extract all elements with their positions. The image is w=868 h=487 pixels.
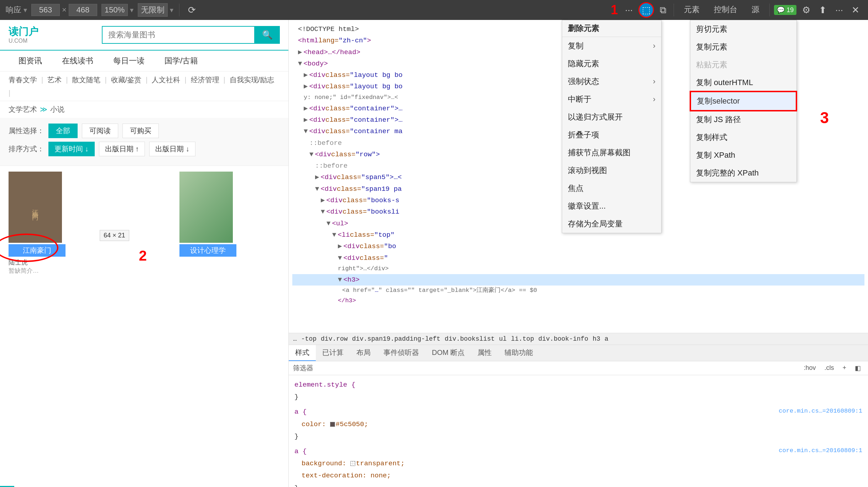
css-transparent-swatch: [350, 461, 355, 466]
responsive-group: 响应 ▾: [6, 5, 27, 15]
annotation-num-2: 2: [139, 248, 147, 264]
more-options-button[interactable]: ···: [832, 3, 846, 17]
sub-nav-self[interactable]: 自我实现/励志: [230, 75, 274, 85]
dom-breadcrumb-bookinfo[interactable]: div.book-info: [538, 335, 588, 342]
ctx-capture-screenshot[interactable]: 捕获节点屏幕截图: [562, 144, 661, 162]
dom-head-expand[interactable]: ▶: [298, 47, 302, 58]
sub-nav-economy[interactable]: 经济管理: [191, 75, 219, 85]
search-button[interactable]: 🔍: [255, 26, 280, 44]
ctx-hide[interactable]: 隐藏元素: [562, 55, 661, 73]
ctx2-selector[interactable]: 复制selector: [690, 91, 796, 111]
sub-nav-prose[interactable]: 散文随笔: [72, 75, 100, 85]
ctx2-styles[interactable]: 复制样式: [690, 129, 796, 146]
tab-styles[interactable]: 样式: [289, 345, 316, 361]
dom-breadcrumb-span19[interactable]: div.span19.padding-left: [352, 335, 440, 342]
ctx-copy[interactable]: 复制 ›: [562, 37, 661, 55]
sub-nav-social[interactable]: 人文社科: [152, 75, 180, 85]
zoom-dropdown-icon[interactable]: ▾: [130, 6, 134, 14]
ctx-recursive-expand[interactable]: 以递归方式展开: [562, 108, 661, 126]
tab-layout[interactable]: 布局: [350, 345, 377, 361]
dom-breadcrumb-a[interactable]: a: [605, 335, 608, 342]
ctx-store-global[interactable]: 存储为全局变量: [562, 215, 661, 233]
responsive-label[interactable]: 响应: [6, 5, 21, 15]
device-toolbar-button[interactable]: ⧉: [657, 3, 669, 17]
book-cover-text: 江南豪门: [31, 204, 40, 210]
ctx2-copy-elem[interactable]: 复制元素: [690, 38, 796, 56]
height-input[interactable]: [69, 4, 97, 16]
tab-source[interactable]: 源: [746, 2, 765, 18]
tab-computed[interactable]: 已计算: [316, 345, 350, 361]
dom-breadcrumb-h3[interactable]: h3: [592, 335, 600, 342]
filter-readable-btn[interactable]: 可阅读: [82, 124, 118, 138]
toggle-icon-btn[interactable]: ◧: [852, 363, 864, 373]
ctx2-js-path[interactable]: 复制 JS 路径: [690, 111, 796, 129]
book-title-link-2[interactable]: 设计心理学: [179, 244, 236, 257]
close-button[interactable]: ✕: [849, 3, 862, 17]
search-input[interactable]: [102, 26, 255, 44]
tab-accessibility[interactable]: 辅助功能: [498, 345, 539, 361]
nav-item-daily[interactable]: 每日一读: [103, 51, 155, 71]
hov-filter-btn[interactable]: :hov: [801, 363, 819, 373]
ctx2-xpath[interactable]: 复制 XPath: [690, 146, 796, 164]
element-picker-button[interactable]: ⬚: [638, 2, 654, 18]
breadcrumb-item-2[interactable]: 小说: [50, 105, 64, 114]
css-source-1[interactable]: core.min.cs…=20160809:1: [779, 406, 862, 417]
filter-buyable-btn[interactable]: 可购买: [122, 124, 159, 138]
limit-label[interactable]: 无限制: [138, 3, 168, 17]
book-title-link-1[interactable]: 江南豪门: [9, 244, 66, 257]
styles-filter-bar: 筛选器 :hov .cls + ◧: [289, 361, 868, 375]
dom-breadcrumb-bookslist[interactable]: div.bookslist: [445, 335, 495, 342]
tab-console[interactable]: 控制台: [708, 2, 743, 18]
limit-dropdown-icon[interactable]: ▾: [170, 6, 173, 14]
styles-panel: 样式 已计算 布局 事件侦听器 DOM 断点 属性 辅助功能 筛选器 :hov …: [289, 345, 868, 487]
tab-properties[interactable]: 属性: [471, 345, 498, 361]
nav-item-news[interactable]: 图资讯: [9, 51, 52, 71]
cls-filter-btn[interactable]: .cls: [821, 363, 837, 373]
sub-nav-collect[interactable]: 收藏/鉴赏: [111, 75, 142, 85]
sub-nav-youth[interactable]: 青春文学: [9, 75, 37, 85]
ctx-collapse-children[interactable]: 折叠子项: [562, 126, 661, 144]
ctx2-full-xpath[interactable]: 复制完整的 XPath: [690, 164, 796, 182]
dom-line-h3[interactable]: ▼ <h3>: [292, 274, 864, 286]
sort-pubdate-asc-btn[interactable]: 出版日期 ↑: [99, 142, 145, 156]
dom-div2-expand[interactable]: ▶: [304, 81, 308, 92]
tab-elements[interactable]: 元素: [678, 2, 705, 18]
sort-update-btn[interactable]: 更新时间 ↓: [48, 142, 95, 156]
dom-breadcrumb-row[interactable]: div.row: [321, 335, 348, 342]
css-source-2[interactable]: core.min.cs…=20160809:1: [779, 445, 862, 456]
dom-line-div-right[interactable]: ▼ <div class=": [292, 252, 864, 264]
add-rule-btn[interactable]: +: [840, 363, 849, 373]
breadcrumb-item-1[interactable]: 文学艺术: [9, 105, 37, 114]
ctx-break-at[interactable]: 中断于 ›: [562, 90, 661, 108]
nav-item-classics[interactable]: 国学/古籍: [155, 51, 208, 71]
filter-all-btn[interactable]: 全部: [48, 124, 78, 138]
dimension-group: ×: [31, 4, 97, 16]
rotate-icon[interactable]: ⟳: [185, 3, 199, 17]
ctx-scroll-to-view[interactable]: 滚动到视图: [562, 162, 661, 179]
tab-event-listeners[interactable]: 事件侦听器: [377, 345, 425, 361]
ctx-focus[interactable]: 焦点: [562, 179, 661, 197]
tab-dom-breakpoints[interactable]: DOM 断点: [425, 345, 471, 361]
ctx2-outer-html[interactable]: 复制 outerHTML: [690, 74, 796, 91]
settings-icon[interactable]: ⚙: [799, 3, 813, 17]
nav-item-reading[interactable]: 在线读书: [52, 51, 103, 71]
ctx-force-state[interactable]: 强制状态 ›: [562, 73, 661, 90]
more-button[interactable]: ···: [622, 3, 636, 17]
context-menu-title: 删除元素: [562, 20, 661, 37]
dom-div1-expand[interactable]: ▶: [304, 69, 308, 81]
dom-line-div-bo[interactable]: ▶ <div class="bo: [292, 241, 864, 252]
tooltip-box: 64 × 21: [100, 230, 129, 241]
dom-breadcrumb-ellipsis[interactable]: …: [293, 335, 297, 342]
ctx2-cut[interactable]: 剪切元素: [690, 20, 796, 38]
sort-pubdate-desc-btn[interactable]: 出版日期 ↓: [149, 142, 195, 156]
zoom-label[interactable]: 150%: [101, 4, 128, 16]
share-icon[interactable]: ⬆: [816, 3, 830, 17]
dom-breadcrumb-li[interactable]: li.top: [511, 335, 534, 342]
dom-body-expand[interactable]: ▼: [298, 58, 302, 69]
width-input[interactable]: [31, 4, 60, 16]
responsive-dropdown-icon[interactable]: ▾: [23, 6, 27, 14]
ctx-badge-settings[interactable]: 徽章设置...: [562, 197, 661, 215]
sub-nav-art[interactable]: 艺术: [47, 75, 62, 85]
dom-breadcrumb-top[interactable]: -top: [301, 335, 317, 342]
dom-breadcrumb-ul[interactable]: ul: [499, 335, 507, 342]
